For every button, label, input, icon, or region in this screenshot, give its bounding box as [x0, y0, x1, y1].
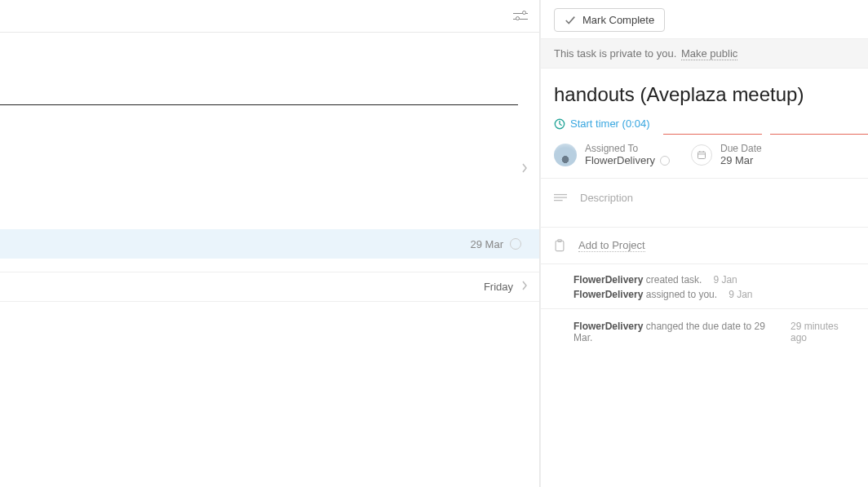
activity-item: FlowerDelivery changed the due date to 2…	[574, 319, 855, 345]
timer-underline	[663, 134, 868, 135]
activity-actor: FlowerDelivery	[574, 289, 643, 300]
svg-rect-1	[698, 152, 705, 158]
selected-task-row[interactable]: 29 Mar	[0, 229, 539, 259]
task-detail-pane: Mark Complete This task is private to yo…	[540, 0, 868, 487]
chevron-right-icon	[521, 163, 528, 175]
filter-icon[interactable]	[513, 9, 528, 24]
timer-icon	[554, 118, 565, 130]
task-row-collapsed[interactable]	[0, 154, 539, 184]
assigned-to-block[interactable]: Assigned To FlowerDelivery	[554, 143, 670, 166]
assignee-empty-icon	[510, 238, 521, 250]
description-icon	[554, 193, 567, 203]
task-list-pane: 29 Mar Friday	[0, 0, 540, 487]
chevron-right-icon	[521, 281, 528, 293]
list-toolbar	[0, 0, 539, 33]
task-due-date: 29 Mar	[471, 238, 503, 250]
add-to-project-row[interactable]: Add to Project	[541, 228, 868, 264]
svg-rect-8	[556, 241, 564, 250]
timer-row: Start timer (0:04)	[541, 111, 868, 138]
due-date-label: Due Date	[720, 143, 762, 154]
detail-toolbar: Mark Complete	[541, 0, 868, 38]
activity-item: FlowerDelivery assigned to you. 9 Jan	[574, 287, 855, 302]
activity-timestamp: 9 Jan	[713, 274, 737, 286]
activity-text: created task.	[646, 274, 702, 286]
activity-timestamp: 29 minutes ago	[790, 321, 855, 343]
activity-actor: FlowerDelivery	[574, 274, 643, 286]
status-circle-icon	[660, 156, 670, 166]
assignee-avatar	[554, 144, 577, 166]
meta-row: Assigned To FlowerDelivery Due Date 29 M…	[541, 138, 868, 179]
activity-timestamp: 9 Jan	[728, 289, 752, 300]
calendar-icon-wrap	[691, 144, 712, 166]
clipboard-icon	[554, 239, 565, 252]
start-timer-link[interactable]: Start timer (0:04)	[570, 117, 650, 130]
calendar-icon	[697, 150, 706, 160]
assigned-to-label: Assigned To	[585, 143, 670, 154]
activity-log: FlowerDelivery created task. 9 Jan Flowe…	[541, 264, 868, 309]
description-row[interactable]: Description	[541, 179, 868, 228]
privacy-banner: This task is private to you. Make public	[541, 38, 868, 69]
day-group-row[interactable]: Friday	[0, 272, 539, 302]
due-date-block[interactable]: Due Date 29 Mar	[691, 143, 762, 166]
check-icon	[565, 15, 576, 26]
mark-complete-button[interactable]: Mark Complete	[554, 8, 665, 32]
make-public-link[interactable]: Make public	[681, 47, 737, 60]
privacy-text: This task is private to you.	[554, 47, 676, 60]
assignee-name: FlowerDelivery	[585, 154, 655, 166]
activity-log-recent: FlowerDelivery changed the due date to 2…	[541, 309, 868, 352]
activity-actor: FlowerDelivery	[574, 321, 643, 332]
description-placeholder: Description	[580, 192, 633, 204]
section-underline	[0, 104, 518, 105]
mark-complete-label: Mark Complete	[582, 14, 654, 26]
activity-item: FlowerDelivery created task. 9 Jan	[574, 272, 855, 287]
task-title[interactable]: handouts (Aveplaza meetup)	[541, 69, 868, 111]
due-date-value: 29 Mar	[720, 154, 762, 166]
add-to-project-link[interactable]: Add to Project	[578, 239, 645, 252]
day-group-label: Friday	[484, 281, 513, 293]
activity-text: assigned to you.	[646, 289, 717, 300]
